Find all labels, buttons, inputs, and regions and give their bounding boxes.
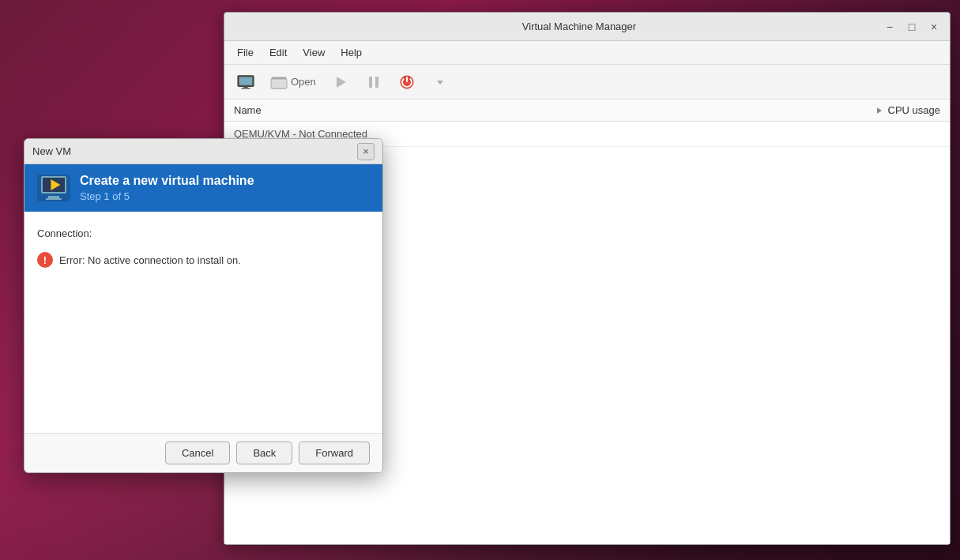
chevron-down-icon [431, 73, 449, 91]
toolbar: Open [224, 65, 950, 100]
column-cpu-usage: CPU usage [874, 104, 940, 116]
svg-marker-7 [337, 77, 346, 88]
dialog-close-button[interactable]: × [357, 143, 375, 160]
dialog-header-step: Step 1 of 5 [80, 190, 254, 202]
column-name: Name [234, 104, 874, 116]
svg-rect-3 [242, 88, 250, 88]
chevron-right-icon [874, 105, 885, 116]
error-icon: ! [37, 252, 53, 268]
svg-rect-9 [375, 77, 378, 88]
dialog-header-text: Create a new virtual machine Step 1 of 5 [80, 174, 254, 202]
title-bar: Virtual Machine Manager − □ × [224, 13, 950, 41]
svg-rect-2 [243, 86, 248, 88]
open-button[interactable]: Open [264, 70, 322, 94]
menu-file[interactable]: File [231, 44, 260, 61]
dialog-footer: Cancel Back Forward [24, 433, 382, 472]
app-title: Virtual Machine Manager [278, 21, 880, 32]
svg-rect-11 [406, 77, 408, 82]
dialog-vm-icon [37, 175, 70, 201]
minimize-button[interactable]: − [880, 17, 899, 36]
dialog-header-banner: Create a new virtual machine Step 1 of 5 [24, 164, 382, 212]
svg-marker-12 [437, 81, 443, 85]
cancel-button[interactable]: Cancel [165, 442, 230, 464]
svg-rect-6 [271, 79, 287, 88]
pause-icon [365, 73, 382, 91]
monitor-screen [41, 176, 66, 194]
error-row: ! Error: No active connection to install… [37, 252, 370, 268]
dialog-title-bar: New VM × [24, 139, 382, 164]
power-button[interactable] [392, 70, 422, 94]
dialog-header-title: Create a new virtual machine [80, 174, 254, 188]
forward-button[interactable]: Forward [299, 442, 370, 464]
new-vm-button[interactable] [231, 70, 261, 94]
svg-rect-8 [369, 77, 372, 88]
maximize-button[interactable]: □ [902, 17, 921, 36]
dialog-body: Connection: ! Error: No active connectio… [24, 212, 382, 433]
play-button[interactable] [326, 70, 356, 94]
error-message: Error: No active connection to install o… [59, 254, 241, 266]
open-label: Open [291, 76, 316, 88]
close-button[interactable]: × [924, 17, 943, 36]
play-icon [332, 73, 349, 91]
menu-help[interactable]: Help [334, 44, 368, 61]
svg-marker-13 [877, 107, 882, 114]
open-icon [270, 73, 288, 91]
connection-label: Connection: [37, 227, 370, 239]
new-vm-icon [237, 73, 254, 91]
column-headers: Name CPU usage [224, 100, 950, 122]
pause-button[interactable] [359, 70, 389, 94]
monitor-base [46, 198, 62, 200]
power-dropdown-button[interactable] [425, 70, 455, 94]
back-button[interactable]: Back [236, 442, 292, 464]
menu-edit[interactable]: Edit [263, 44, 293, 61]
monitor-icon [39, 176, 69, 200]
power-icon [398, 73, 416, 91]
svg-rect-1 [239, 77, 253, 85]
play-triangle-icon [51, 179, 60, 190]
menu-bar: File Edit View Help [224, 41, 950, 65]
menu-view[interactable]: View [296, 44, 331, 61]
dialog-title: New VM [32, 145, 71, 157]
title-bar-controls: − □ × [880, 17, 943, 36]
new-vm-dialog: New VM × Create a new virtual machine St… [24, 138, 383, 473]
